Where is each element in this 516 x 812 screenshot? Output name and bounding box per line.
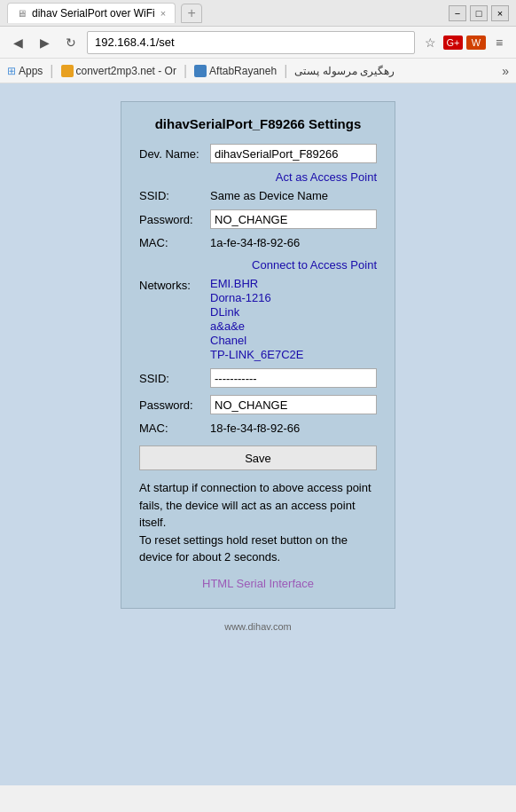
mac-label-1: MAC: [139,236,210,249]
network-link-3[interactable]: a&a&e [210,319,245,333]
connect-ap-link[interactable]: Connect to Access Point [252,258,377,272]
tab-title: dihav SerialPort over WiFi [32,7,155,20]
html-serial-link-row: HTML Serial Interface [139,577,377,590]
mac-row-1: MAC: 1a-fe-34-f8-92-66 [139,236,377,249]
save-button[interactable]: Save [139,445,377,470]
dev-name-input[interactable] [210,144,377,163]
bookmark-divider-1: | [50,63,53,79]
postal-bookmark[interactable]: رهگیری مرسوله پستی [294,65,395,77]
network-item-3: a&a&e [210,319,304,333]
footer-url: www.dihav.com [224,621,292,632]
act-ap-section: Act as Access Point [139,170,377,184]
apps-bookmark[interactable]: ⊞ Apps [7,65,43,77]
extension-icon[interactable]: G+ [443,35,463,50]
network-item-2: DLink [210,305,304,319]
menu-button[interactable]: ≡ [489,33,509,52]
apps-grid-icon: ⊞ [7,65,16,77]
network-link-2[interactable]: DLink [210,305,239,319]
forward-button[interactable]: ▶ [34,32,55,53]
aftab-bookmark[interactable]: AftabRayaneh [194,65,277,77]
page-content: dihavSerialPort_F89266 Settings Dev. Nam… [0,83,516,785]
ssid-row-1: SSID: Same as Device Name [139,189,377,202]
more-bookmarks-button[interactable]: » [502,64,509,78]
browser-tab[interactable]: 🖥 dihav SerialPort over WiFi × [7,3,176,23]
address-bar: ◀ ▶ ↻ ☆ G+ W ≡ [0,27,516,59]
network-link-0[interactable]: EMI.BHR [210,277,258,290]
ssid-label-1: SSID: [139,189,210,202]
footer: www.dihav.com [224,621,292,632]
password-label-1: Password: [139,213,210,226]
networks-row: Networks: EMI.BHR Dorna-1216 DLink a&a&e… [139,277,377,361]
mac-value-1: 1a-fe-34-f8-92-66 [210,236,300,249]
apps-label: Apps [19,65,43,77]
url-input[interactable] [87,31,415,54]
address-bar-icons: ☆ G+ W ≡ [420,33,509,52]
act-ap-link[interactable]: Act as Access Point [276,170,377,184]
mac-label-2: MAC: [139,422,210,435]
networks-label: Networks: [139,277,210,361]
dev-name-row: Dev. Name: [139,144,377,163]
title-bar-left: 🖥 dihav SerialPort over WiFi × + [7,3,202,23]
network-item-5: TP-LINK_6E7C2E [210,348,304,361]
bookmark-divider-3: | [284,63,287,79]
password-row-1: Password: [139,209,377,229]
tab-close-button[interactable]: × [160,8,166,19]
convert2mp3-label: convert2mp3.net - Or [76,65,176,77]
password-input-1[interactable] [210,209,377,229]
connect-ap-section: Connect to Access Point [139,258,377,272]
refresh-button[interactable]: ↻ [60,32,82,53]
password-row-2: Password: [139,395,377,414]
mac-value-2: 18-fe-34-f8-92-66 [210,422,300,435]
settings-card: dihavSerialPort_F89266 Settings Dev. Nam… [121,101,395,609]
convert2mp3-bookmark[interactable]: convert2mp3.net - Or [61,65,176,77]
back-button[interactable]: ◀ [7,32,28,53]
html-serial-link[interactable]: HTML Serial Interface [202,577,314,590]
aftab-icon [194,65,207,77]
info-text-content: At startup if connection to above access… [139,481,371,564]
network-item-0: EMI.BHR [210,277,304,290]
network-item-4: Chanel [210,334,304,347]
ssid-value-1: Same as Device Name [210,189,328,202]
network-link-5[interactable]: TP-LINK_6E7C2E [210,348,304,361]
network-link-1[interactable]: Dorna-1216 [210,291,271,304]
mac-row-2: MAC: 18-fe-34-f8-92-66 [139,422,377,435]
office-icon[interactable]: W [466,35,486,50]
networks-list: EMI.BHR Dorna-1216 DLink a&a&e Chanel TP… [210,277,304,361]
ssid-input-2[interactable] [210,368,377,388]
aftab-label: AftabRayaneh [209,65,277,77]
minimize-button[interactable]: − [449,5,466,21]
convert2mp3-icon [61,65,74,77]
ssid-row-2: SSID: [139,368,377,388]
maximize-button[interactable]: □ [470,5,488,21]
info-text: At startup if connection to above access… [139,479,377,566]
close-button[interactable]: × [491,5,509,21]
password-label-2: Password: [139,398,210,412]
password-input-2[interactable] [210,395,377,414]
save-btn-row: Save [139,445,377,470]
postal-label: رهگیری مرسوله پستی [294,65,395,77]
title-bar: 🖥 dihav SerialPort over WiFi × + − □ × [0,0,516,27]
network-item-1: Dorna-1216 [210,291,304,304]
dev-name-label: Dev. Name: [139,147,210,161]
new-tab-button[interactable]: + [181,4,202,23]
card-title: dihavSerialPort_F89266 Settings [139,116,377,131]
star-icon[interactable]: ☆ [420,33,440,52]
network-link-4[interactable]: Chanel [210,334,246,347]
bookmarks-bar: ⊞ Apps | convert2mp3.net - Or | AftabRay… [0,59,516,83]
bookmark-divider-2: | [184,63,187,79]
tab-icon: 🖥 [17,8,27,19]
ssid-label-2: SSID: [139,372,210,385]
window-controls: − □ × [449,5,509,21]
